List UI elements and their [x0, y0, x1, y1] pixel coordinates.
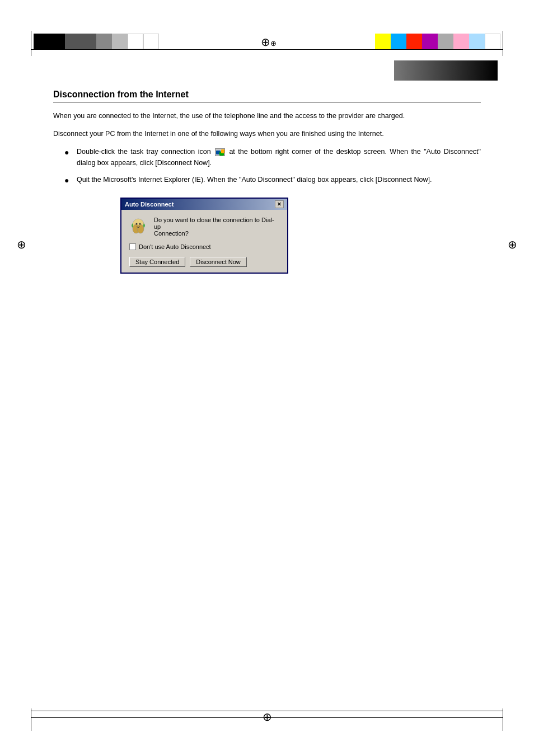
- top-horizontal-line: [31, 49, 503, 50]
- svg-point-7: [139, 223, 141, 225]
- bar-right-color: [375, 34, 500, 49]
- dialog-wrapper: Auto Disconnect ✕: [120, 198, 288, 274]
- dialog-buttons: Stay Connected Disconnect Now: [129, 257, 280, 267]
- bar-cell-4: [81, 34, 96, 49]
- color-cell-white: [485, 34, 500, 49]
- svg-rect-2: [221, 149, 225, 153]
- bullet-text-1: Double-click the task tray connection ic…: [77, 146, 481, 168]
- bullet-dot-1: ●: [64, 146, 73, 158]
- bar-cell-2: [49, 34, 65, 49]
- color-cell-pink: [453, 34, 469, 49]
- content-area: Disconnection from the Internet When you…: [53, 90, 481, 274]
- crosshair-right-icon: ⊕: [508, 238, 517, 251]
- bullet-item-1: ● Double-click the task tray connection …: [64, 146, 481, 168]
- color-cell-red: [406, 34, 422, 49]
- auto-disconnect-dialog: Auto Disconnect ✕: [120, 198, 288, 274]
- crosshair-top-icon: ⊕: [261, 35, 273, 48]
- bar-cell-7: [128, 34, 143, 49]
- bar-cell-6: [112, 34, 128, 49]
- crosshair-bottom-icon: ⊕: [263, 710, 272, 724]
- task-tray-icon: [215, 148, 225, 156]
- paragraph-2: Disconnect your PC from the Internet in …: [53, 128, 481, 139]
- page-container: ⊕ 43 Disconnection from the Internet Whe…: [0, 0, 534, 756]
- svg-point-6: [136, 223, 138, 225]
- dialog-top-section: Do you want to close the connection to D…: [128, 217, 280, 237]
- vline-right-bottom: [503, 708, 503, 731]
- color-cell-gray: [438, 34, 453, 49]
- bar-cell-3: [65, 34, 81, 49]
- color-cell-magenta: [422, 34, 438, 49]
- vline-left-bottom: [31, 708, 31, 731]
- auto-disconnect-checkbox-label: Don't use Auto Disconnect: [139, 243, 211, 250]
- bar-cell-1: [34, 34, 49, 49]
- page-number-bar: [394, 60, 498, 81]
- dialog-checkbox-row: Don't use Auto Disconnect: [129, 243, 280, 250]
- vline-left-top: [31, 31, 31, 56]
- dialog-titlebar: Auto Disconnect ✕: [121, 199, 287, 210]
- dialog-phone-icon: [128, 217, 148, 237]
- bullet-item-2: ● Quit the Microsoft's Internet Explorer…: [64, 174, 481, 186]
- bullet-list: ● Double-click the task tray connection …: [64, 146, 481, 186]
- bar-cell-5: [96, 34, 112, 49]
- svg-point-5: [137, 224, 144, 233]
- crosshair-left-icon: ⊕: [17, 238, 26, 251]
- vline-right-top: [503, 31, 503, 56]
- color-cell-yellow: [375, 34, 391, 49]
- stay-connected-button[interactable]: Stay Connected: [129, 257, 185, 267]
- dialog-body: Do you want to close the connection to D…: [121, 210, 287, 273]
- dialog-message: Do you want to close the connection to D…: [154, 217, 280, 237]
- bar-cell-8: [143, 34, 159, 49]
- paragraph-1: When you are connected to the Internet, …: [53, 110, 481, 121]
- section-title: Disconnection from the Internet: [53, 90, 481, 102]
- disconnect-now-button[interactable]: Disconnect Now: [190, 257, 246, 267]
- dialog-message-line2: Connection?: [154, 230, 189, 237]
- color-cell-cyan: [391, 34, 406, 49]
- auto-disconnect-checkbox[interactable]: [129, 243, 136, 250]
- bullet-dot-2: ●: [64, 174, 73, 186]
- bar-left-grayscale: [34, 34, 159, 49]
- dialog-title: Auto Disconnect: [125, 201, 174, 208]
- dialog-close-button[interactable]: ✕: [275, 200, 284, 208]
- top-decorative-bar: ⊕: [34, 34, 500, 49]
- dialog-message-line1: Do you want to close the connection to D…: [154, 217, 274, 230]
- bullet-text-2: Quit the Microsoft's Internet Explorer (…: [77, 174, 481, 185]
- color-cell-lightblue: [469, 34, 485, 49]
